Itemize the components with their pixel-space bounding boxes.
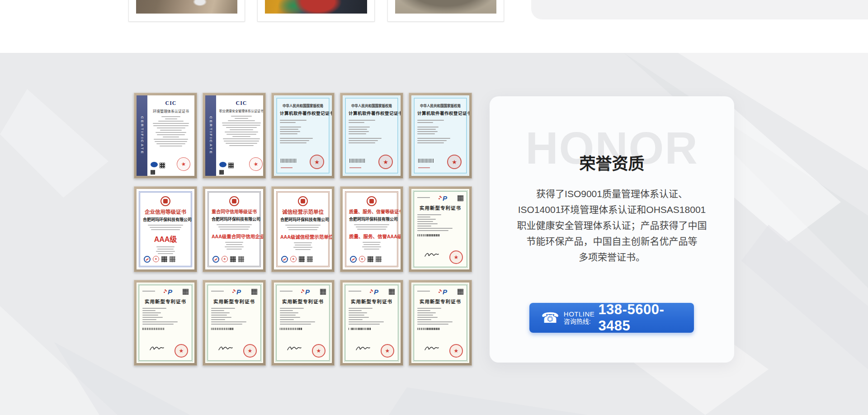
qr-code-icon <box>299 256 305 262</box>
certificate-text-lines <box>280 308 326 325</box>
certificate-paper: P实用新型专利证书★ <box>274 283 332 363</box>
qr-code-icon <box>458 195 463 201</box>
patent-red-stamp-icon: ★ <box>381 344 394 358</box>
hotline-number: 138-5600-3485 <box>598 302 694 334</box>
cic-seal-icon <box>219 162 226 167</box>
certificate-text-lines <box>212 242 257 250</box>
certificate-text-lines <box>417 120 463 143</box>
certificate-patent[interactable]: P实用新型专利证书★ <box>271 280 335 366</box>
certificate-patent[interactable]: P实用新型专利证书★ <box>409 280 472 366</box>
certificate-credit[interactable]: 质量、服务、信誉等级证书合肥珂玛环保科技有限公司质量、服务、信誉AAA级企业★ <box>340 186 403 272</box>
project-photo-card[interactable] <box>387 0 504 22</box>
certificate-text-lines <box>211 308 257 325</box>
certificate-text-lines <box>349 308 395 325</box>
honor-description-line: 节能环保产品，中国自主创新名优产品等 <box>503 233 721 249</box>
certificate-award: AAA级 <box>143 233 188 244</box>
certificate-paper: P实用新型专利证书★ <box>137 283 194 363</box>
hotline-button[interactable]: ☎ HOTLINE 咨询热线: 138-5600-3485 <box>529 303 694 333</box>
honor-description-line: 获得了ISO9001质量管理体系认证、 <box>503 186 721 202</box>
cnipa-logo-icon: P <box>224 289 251 295</box>
barcode-icon <box>418 159 434 163</box>
certificate-text-lines <box>280 225 326 230</box>
certificate-text-lines <box>151 116 191 146</box>
barcode-icon <box>349 159 365 163</box>
honor-card: HONOR 荣誉资质 获得了ISO9001质量管理体系认证、 ISO14001环… <box>490 96 734 363</box>
certificate-credit[interactable]: 重合同守信用等级证书合肥珂玛环保科技有限公司AAA级重合同守信用企业★ <box>203 186 266 272</box>
barcode-icon <box>211 328 234 330</box>
credit-blue-logo-icon <box>144 256 151 263</box>
certificate-title: 环境管理体系认证证书 <box>151 108 191 113</box>
cic-logo: CIC <box>219 100 263 107</box>
qr-code-icon <box>376 256 382 262</box>
certificate-title: 计算机软件著作权登记证书 <box>349 110 395 116</box>
cnipa-logo-icon: P <box>155 289 183 295</box>
qr-code-icon <box>251 289 257 295</box>
certificate-award: AAA级重合同守信用企业 <box>212 233 257 240</box>
certificate-authority: 中华人民共和国国家版权局 <box>349 103 395 108</box>
honor-description: 获得了ISO9001质量管理体系认证、 ISO14001环境管理体系认证和OHS… <box>503 186 721 265</box>
certificate-title: 计算机软件著作权登记证书 <box>280 110 326 116</box>
certificate-title: 实用新型专利证书 <box>349 298 395 305</box>
red-star-seal-icon: ★ <box>290 256 297 262</box>
certificate-text-lines <box>349 224 394 230</box>
qr-code-icon <box>160 163 165 168</box>
honor-description-line: ISO14001环境管理体系认证和OHSAS18001 <box>503 202 721 217</box>
certificate-text-lines <box>143 225 188 230</box>
phone-icon: ☎ <box>541 311 559 325</box>
certificate-title: 实用新型专利证书 <box>142 298 189 305</box>
certificate-title: 企业信用等级证书 <box>143 208 188 215</box>
red-seal-icon <box>160 196 170 206</box>
certificate-patent[interactable]: P实用新型专利证书★ <box>134 280 197 366</box>
certificate-patent[interactable]: P实用新型专利证书★ <box>340 280 403 366</box>
qr-code-icon <box>389 289 395 295</box>
certificate-text-lines <box>143 246 188 254</box>
certificate-copyright[interactable]: 中华人民共和国国家版权局计算机软件著作权登记证书★ <box>271 93 335 179</box>
certificate-credit[interactable]: 诚信经营示范单位合肥珂玛环保科技有限公司AAA级诚信经营示范单位★ <box>271 186 335 272</box>
certificate-copyright[interactable]: 中华人民共和国国家版权局计算机软件著作权登记证书★ <box>340 93 403 179</box>
certificate-title: 职业健康安全管理体系认证证书 <box>219 108 263 113</box>
certificate-text-lines <box>142 308 189 325</box>
barcode-icon <box>349 328 371 330</box>
certificate-text-lines <box>417 308 463 325</box>
certificate-paper: P实用新型专利证书★ <box>205 283 263 363</box>
certificate-award: AAA级诚信经营示范单位 <box>280 233 326 240</box>
cic-seal-icon <box>151 162 158 167</box>
certificate-patent[interactable]: P实用新型专利证书★ <box>409 186 472 272</box>
certificate-title: 实用新型专利证书 <box>211 298 257 305</box>
red-star-seal-icon: ★ <box>153 256 159 262</box>
certificate-company: 合肥珂玛环保科技有限公司 <box>280 217 326 222</box>
credit-blue-logo-icon <box>350 256 357 263</box>
certificate-credit[interactable]: 企业信用等级证书合肥珂玛环保科技有限公司AAA级★ <box>134 186 197 272</box>
honor-description-line: 职业健康安全管理体系认证；产品获得了中国 <box>503 217 721 233</box>
certificate-award: 质量、服务、信誉AAA级企业 <box>349 233 394 240</box>
project-photo-card[interactable] <box>257 0 375 22</box>
certificate-paper: 重合同守信用等级证书合肥珂玛环保科技有限公司AAA级重合同守信用企业★ <box>205 189 263 269</box>
project-photo-card[interactable] <box>128 0 245 22</box>
red-star-stamp-icon: ★ <box>175 156 192 172</box>
certificate-grid: CERTIFICATECIC环境管理体系认证证书★CERTIFICATECIC职… <box>134 93 472 366</box>
certificate-text-lines <box>280 242 326 250</box>
cic-logo: CIC <box>151 100 191 107</box>
barcode-icon <box>281 159 296 163</box>
certificate-title: 重合同守信用等级证书 <box>212 208 257 215</box>
certificate-cic[interactable]: CERTIFICATECIC环境管理体系认证证书★ <box>134 93 197 179</box>
copyright-red-stamp-icon: ★ <box>310 155 324 169</box>
qr-code-icon <box>161 256 167 262</box>
certificate-band-text: CERTIFICATE <box>209 116 213 155</box>
certificate-title: 实用新型专利证书 <box>417 298 463 305</box>
certificate-cic[interactable]: CERTIFICATECIC职业健康安全管理体系认证证书★ <box>203 93 266 179</box>
certificate-paper: 中华人民共和国国家版权局计算机软件著作权登记证书★ <box>411 95 469 176</box>
previous-section-strip <box>0 0 868 53</box>
certificate-copyright[interactable]: 中华人民共和国国家版权局计算机软件著作权登记证书★ <box>409 93 472 179</box>
qr-code-icon <box>307 256 313 262</box>
certificate-band-text: CERTIFICATE <box>140 116 144 155</box>
certificate-paper: 中华人民共和国国家版权局计算机软件著作权登记证书★ <box>343 95 401 176</box>
certificate-side-band: CERTIFICATE <box>205 95 216 176</box>
patent-red-stamp-icon: ★ <box>243 344 257 358</box>
signature-icon <box>355 345 371 354</box>
qr-code-icon <box>230 256 236 262</box>
certificate-patent[interactable]: P实用新型专利证书★ <box>203 280 266 366</box>
patent-red-stamp-icon: ★ <box>175 344 188 358</box>
hotline-labels: HOTLINE 咨询热线: <box>564 311 595 325</box>
project-photo-crane-truck <box>265 0 367 14</box>
